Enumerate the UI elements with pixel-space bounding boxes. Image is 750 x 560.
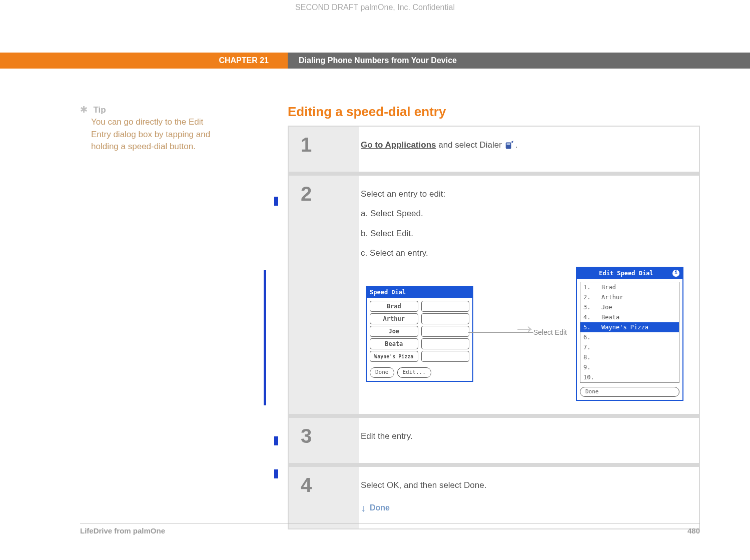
speed-dial-entry[interactable]: Arthur xyxy=(370,313,418,324)
edit-speed-dial-screen: Edit Speed Dial i 1. Brad 2. Arthur 3. J… xyxy=(576,267,683,401)
speed-dial-done-button[interactable]: Done xyxy=(370,367,394,378)
step-number: 2 xyxy=(289,176,359,414)
step-2-b: b. Select Edit. xyxy=(361,227,684,240)
steps-container: 1 Go to Applications and select Dialer .… xyxy=(288,126,700,529)
step-2-intro: Select an entry to edit: xyxy=(361,188,684,201)
speed-dial-title: Speed Dial xyxy=(367,287,472,298)
edit-speed-dial-title: Edit Speed Dial i xyxy=(577,268,682,279)
chapter-bar: CHAPTER 21 Dialing Phone Numbers from Yo… xyxy=(0,53,750,69)
confidential-header: SECOND DRAFT palmOne, Inc. Confidential xyxy=(0,3,750,12)
step-number: 1 xyxy=(289,127,359,172)
step-4: 4 Select OK, and then select Done. ↓ Don… xyxy=(289,467,699,529)
list-item[interactable]: 4. Beata xyxy=(580,312,679,322)
revision-marker-icon xyxy=(274,469,278,478)
speed-dial-entry[interactable]: Joe xyxy=(370,326,418,337)
speed-dial-entry[interactable]: Brad xyxy=(370,301,418,312)
step-number: 3 xyxy=(289,418,359,463)
speed-dial-empty[interactable] xyxy=(421,351,470,362)
section-title: Editing a speed-dial entry xyxy=(288,104,700,120)
step-2: 2 Select an entry to edit: a. Select Spe… xyxy=(289,176,699,418)
step-3-text: Edit the entry. xyxy=(361,430,684,443)
speed-dial-edit-button[interactable]: Edit... xyxy=(397,367,431,378)
revision-marker-icon xyxy=(264,270,266,405)
list-item-selected[interactable]: 5. Wayne's Pizza xyxy=(580,322,679,332)
select-edit-callout: Select Edit xyxy=(533,327,567,338)
info-icon[interactable]: i xyxy=(672,270,679,277)
chapter-number: CHAPTER 21 xyxy=(0,53,288,69)
callout-line xyxy=(468,332,533,333)
step-1-text: and select Dialer xyxy=(436,140,504,150)
speed-dial-screen: Speed Dial Brad Arthur Joe Beata Wayne's… xyxy=(366,286,473,382)
revision-marker-icon xyxy=(274,197,278,206)
speed-dial-entry[interactable]: Beata xyxy=(370,338,418,349)
revision-marker-icon xyxy=(274,436,278,445)
chapter-title: Dialing Phone Numbers from Your Device xyxy=(288,53,750,69)
step-4-text: Select OK, and then select Done. xyxy=(361,479,684,492)
dialer-icon xyxy=(504,140,515,149)
go-to-applications-link[interactable]: Go to Applications xyxy=(361,140,436,150)
speed-dial-empty[interactable] xyxy=(421,313,470,324)
speed-dial-empty[interactable] xyxy=(421,301,470,312)
step-1-tail: . xyxy=(515,140,518,150)
step-1: 1 Go to Applications and select Dialer . xyxy=(289,127,699,176)
done-label: Done xyxy=(370,502,390,514)
tip-asterisk-icon: ✱ xyxy=(80,104,91,115)
list-item[interactable]: 10. xyxy=(580,372,679,382)
list-item[interactable]: 6. xyxy=(580,332,679,342)
tip-label: Tip xyxy=(93,105,106,115)
list-item[interactable]: 8. xyxy=(580,352,679,362)
footer-page-number: 480 xyxy=(687,526,700,535)
step-number: 4 xyxy=(289,467,359,529)
list-item[interactable]: 1. Brad xyxy=(580,282,679,292)
tip-body: You can go directly to the Edit Entry di… xyxy=(91,116,216,153)
list-item[interactable]: 3. Joe xyxy=(580,302,679,312)
step-2-a: a. Select Speed. xyxy=(361,207,684,220)
list-item[interactable]: 7. xyxy=(580,342,679,352)
speed-dial-empty[interactable] xyxy=(421,326,470,337)
tip-sidebar: ✱ Tip You can go directly to the Edit En… xyxy=(80,104,288,529)
speed-dial-entry[interactable]: Wayne's Pizza xyxy=(370,351,418,362)
step-3: 3 Edit the entry. xyxy=(289,418,699,467)
edit-speed-dial-done-button[interactable]: Done xyxy=(580,387,679,397)
page-footer: LifeDrive from palmOne 480 xyxy=(80,523,700,535)
list-item[interactable]: 2. Arthur xyxy=(580,292,679,302)
footer-product: LifeDrive from palmOne xyxy=(80,526,165,535)
list-item[interactable]: 9. xyxy=(580,362,679,372)
done-arrow-icon: ↓ xyxy=(361,500,366,515)
step-2-c: c. Select an entry. xyxy=(361,247,684,260)
speed-dial-empty[interactable] xyxy=(421,338,470,349)
svg-rect-1 xyxy=(506,143,510,145)
